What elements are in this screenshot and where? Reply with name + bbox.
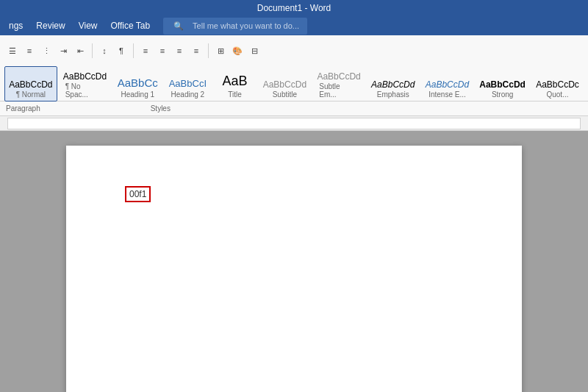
style-item-nospace[interactable]: AaBbCcDd¶ No Spac... [59, 66, 112, 101]
list-btn-2[interactable]: ≡ [21, 43, 37, 59]
toolbar-group-4: ⊞ 🎨 ⊟ [212, 43, 262, 59]
typed-text[interactable]: 00f1 [125, 186, 151, 202]
style-preview-nospace: AaBbCcDd [63, 71, 107, 82]
toolbar-group-1: ☰ ≡ ⋮ ⇥ ⇤ [4, 43, 88, 59]
style-item-strong[interactable]: AaBbCcDdStrong [475, 66, 530, 101]
style-item-subtle-em[interactable]: AaBbCcDdSubtle Em... [312, 66, 365, 101]
sep1 [92, 43, 93, 58]
sort-btn[interactable]: ↕ [96, 43, 112, 59]
style-item-subtitle[interactable]: AaBbCcDdSubtitle [259, 66, 312, 101]
style-label-subtitle: Subtitle [273, 90, 297, 99]
style-label-title: Title [228, 90, 242, 99]
style-label-normal: ¶ Normal [16, 90, 46, 99]
paragraph-group-label: Paragraph [6, 104, 40, 113]
menu-item-ngs[interactable]: ngs [3, 18, 29, 33]
style-preview-subtitle: AaBbCcDd [263, 79, 306, 90]
style-label-emphasis: Emphasis [377, 90, 409, 99]
style-label-nospace: ¶ No Spac... [65, 82, 105, 99]
list-btn-1[interactable]: ☰ [4, 43, 21, 59]
style-preview-strong: AaBbCcDd [479, 79, 526, 90]
title-bar: Document1 - Word [0, 0, 588, 16]
title-text: Document1 - Word [257, 3, 331, 13]
ruler-bar [0, 116, 588, 131]
style-preview-title: AaB [223, 74, 248, 90]
style-preview-intense-e: AaBbCcDd [426, 79, 469, 90]
search-icon: 🔍 [168, 19, 190, 33]
document-area: 00f1 wsadin.com [0, 131, 588, 392]
menu-bar: ngs Review View Office Tab 🔍 [0, 16, 588, 35]
style-label-intense-e: Intense E... [429, 90, 466, 99]
ruler [7, 118, 581, 129]
text-cursor-area[interactable]: 00f1 [125, 186, 151, 202]
style-item-intense-e[interactable]: AaBbCcDdIntense E... [421, 66, 474, 101]
style-label-strong: Strong [492, 90, 513, 99]
sep2 [133, 43, 134, 58]
col-btn[interactable]: ⊞ [212, 43, 229, 59]
style-item-normal[interactable]: AaBbCcDd¶ Normal [4, 66, 57, 101]
style-preview-subtle-em: AaBbCcDd [317, 71, 360, 82]
ribbon-footer: Paragraph Styles [0, 101, 588, 116]
align-center-btn[interactable]: ≡ [154, 43, 171, 59]
style-preview-heading2: AaBbCcI [169, 78, 207, 90]
styles-group-label: Styles [151, 104, 171, 113]
tell-me-input[interactable] [193, 21, 303, 30]
style-label-heading1: Heading 1 [121, 90, 154, 99]
list-btn-3[interactable]: ⋮ [38, 43, 54, 59]
style-preview-heading1: AaBbCc [118, 76, 158, 90]
style-preview-normal: AaBbCcDd [9, 79, 52, 90]
toolbar-group-2: ↕ ¶ [96, 43, 129, 59]
menu-item-review[interactable]: Review [30, 18, 71, 33]
toolbar-group-3: ≡ ≡ ≡ ≡ [137, 43, 204, 59]
style-item-emphasis[interactable]: AaBbCcDdEmphasis [367, 66, 420, 101]
sep3 [208, 43, 209, 58]
menu-item-officetab[interactable]: Office Tab [105, 18, 157, 33]
show-hide-btn[interactable]: ¶ [113, 43, 129, 59]
style-label-quote: Quot... [546, 90, 568, 99]
document-page[interactable]: 00f1 wsadin.com [66, 146, 522, 392]
styles-row: AaBbCcDd¶ NormalAaBbCcDd¶ No Spac...AaBb… [4, 65, 584, 101]
justify-btn[interactable]: ≡ [188, 43, 204, 59]
border-btn[interactable]: ⊟ [246, 43, 262, 59]
ribbon-toolbar-row: ☰ ≡ ⋮ ⇥ ⇤ ↕ ¶ ≡ ≡ ≡ ≡ ⊞ 🎨 ⊟ [4, 38, 584, 65]
style-item-title[interactable]: AaBTitle [213, 66, 257, 101]
style-label-heading2: Heading 2 [171, 90, 205, 99]
menu-item-view[interactable]: View [73, 18, 104, 33]
style-preview-quote: AaBbCcDc [536, 79, 579, 90]
tell-me-search[interactable]: 🔍 [163, 18, 307, 35]
align-right-btn[interactable]: ≡ [171, 43, 187, 59]
ribbon: ☰ ≡ ⋮ ⇥ ⇤ ↕ ¶ ≡ ≡ ≡ ≡ ⊞ 🎨 ⊟ AaBbCcDd¶ No… [0, 35, 588, 101]
style-item-heading1[interactable]: AaBbCcHeading 1 [112, 66, 162, 101]
style-item-heading2[interactable]: AaBbCcIHeading 2 [164, 66, 211, 101]
shading-btn[interactable]: 🎨 [229, 43, 245, 59]
align-left-btn[interactable]: ≡ [137, 43, 154, 59]
indent-btn[interactable]: ⇥ [55, 43, 71, 59]
outdent-btn[interactable]: ⇤ [72, 43, 88, 59]
style-label-subtle-em: Subtle Em... [319, 82, 359, 99]
style-item-quote[interactable]: AaBbCcDcQuot... [531, 66, 584, 101]
style-preview-emphasis: AaBbCcDd [371, 79, 415, 90]
